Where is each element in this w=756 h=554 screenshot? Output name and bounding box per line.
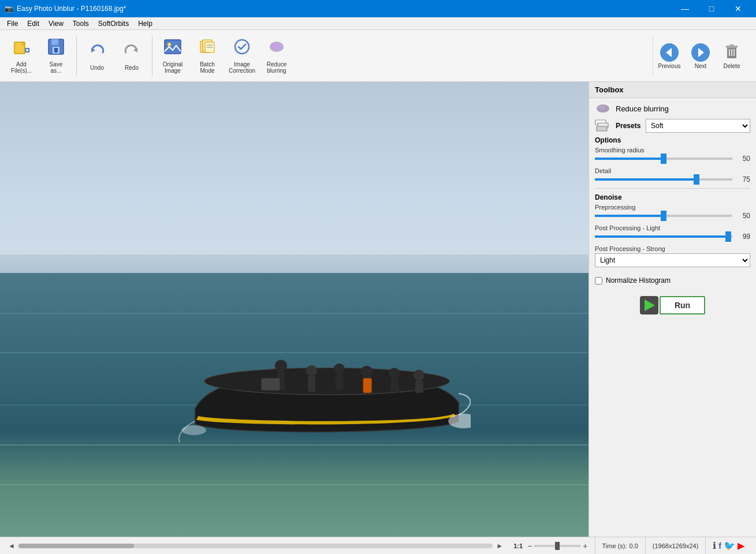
zoom-out-button[interactable]: − (527, 541, 532, 551)
close-button[interactable]: ✕ (725, 0, 751, 17)
svg-point-48 (181, 425, 206, 435)
svg-rect-10 (54, 48, 58, 53)
detail-slider-container: 75 (595, 175, 750, 184)
svg-point-20 (235, 40, 249, 54)
horizontal-scrollbar[interactable] (18, 544, 493, 548)
svg-rect-45 (415, 381, 423, 393)
svg-point-40 (360, 366, 373, 378)
info-icon[interactable]: ℹ (713, 540, 716, 551)
svg-rect-41 (363, 379, 371, 393)
post-processing-light-slider-container: 99 (595, 233, 750, 241)
post-processing-strong-label: Post Processing - Strong (595, 245, 750, 252)
svg-rect-37 (308, 376, 315, 392)
original-image-button[interactable]: Original Image (156, 33, 189, 79)
smoothing-radius-slider[interactable] (595, 158, 732, 160)
detail-label: Detail (595, 167, 750, 174)
menu-help[interactable]: Help (133, 18, 157, 29)
image-area[interactable] (0, 82, 589, 537)
section-divider-1 (595, 188, 750, 189)
hscrollbar-thumb[interactable] (18, 544, 134, 548)
post-processing-strong-select[interactable]: Light Medium Strong None (595, 253, 750, 267)
image-info: (1968x1269x24) (653, 542, 699, 549)
svg-rect-53 (597, 126, 607, 131)
smoothing-radius-label: Smoothing radius (595, 147, 750, 154)
zoom-level: 1:1 (513, 542, 523, 549)
previous-button[interactable]: Previous (654, 33, 684, 79)
minimize-button[interactable]: — (672, 0, 698, 17)
image-correction-label: Image Correction (229, 61, 255, 74)
youtube-icon[interactable]: ▶ (738, 540, 744, 551)
image-correction-icon (233, 38, 251, 60)
add-files-icon (12, 38, 31, 60)
smoothing-radius-row: Smoothing radius 50 (595, 147, 750, 163)
statusbar: ◄ ► 1:1 − + Time (s): 0.0 (1968x1269x24)… (0, 537, 756, 554)
batch-mode-icon (198, 38, 217, 60)
post-processing-light-slider[interactable] (595, 235, 732, 238)
presets-text-label: Presets (616, 122, 641, 130)
svg-point-33 (204, 368, 449, 395)
svg-point-14 (167, 43, 171, 46)
denoise-label: Denoise (595, 193, 750, 201)
svg-point-42 (389, 368, 400, 379)
normalize-histogram-checkbox[interactable] (595, 277, 602, 285)
run-icon (640, 296, 658, 315)
titlebar: 📷 Easy Photo Unblur - P1160168.jpg* — □ … (0, 0, 756, 17)
menu-edit[interactable]: Edit (23, 18, 44, 29)
menu-file[interactable]: File (2, 18, 23, 29)
toolbox-content: Reduce blurring Presets Soft Medium Stro… (589, 98, 756, 537)
scene-container (0, 82, 589, 537)
maximize-button[interactable]: □ (698, 0, 725, 17)
undo-label: Undo (90, 65, 104, 71)
detail-row: Detail 75 (595, 167, 750, 184)
redo-button[interactable]: Redo (115, 33, 148, 79)
delete-button[interactable]: Delete (717, 33, 747, 79)
time-label: Time (s): (602, 542, 627, 549)
reduce-blurring-section-label: Reduce blurring (616, 104, 669, 113)
delete-label: Delete (724, 63, 740, 69)
preprocessing-slider[interactable] (595, 215, 732, 217)
save-as-icon (47, 38, 65, 60)
normalize-histogram-label[interactable]: Normalize Histogram (606, 276, 671, 285)
image-info-section: (1968x1269x24) (646, 537, 706, 554)
reduce-blurring-icon (267, 38, 286, 60)
menu-softorbits[interactable]: SoftOrbits (94, 18, 133, 29)
svg-rect-39 (336, 375, 344, 390)
reduce-blurring-button[interactable]: Reduce blurring (260, 33, 293, 79)
presets-select[interactable]: Soft Medium Strong Custom (646, 119, 750, 133)
menu-tools[interactable]: Tools (68, 18, 94, 29)
post-processing-light-row: Post Processing - Light 99 (595, 224, 750, 241)
menubar: File Edit View Tools SoftOrbits Help (0, 17, 756, 30)
reduce-blurring-section-icon (595, 103, 611, 114)
preprocessing-label: Preprocessing (595, 204, 750, 211)
zoom-in-button[interactable]: + (583, 541, 587, 551)
app-icon: 📷 (5, 5, 13, 13)
next-button[interactable]: Next (686, 33, 716, 79)
detail-slider[interactable] (595, 178, 732, 181)
svg-point-22 (271, 43, 280, 48)
reduce-blurring-label: Reduce blurring (267, 61, 286, 74)
run-area: Run (595, 291, 750, 319)
run-button[interactable]: Run (660, 296, 705, 315)
image-correction-button[interactable]: Image Correction (225, 33, 259, 79)
add-files-button[interactable]: Add File(s)... (5, 33, 38, 79)
menu-view[interactable]: View (44, 18, 68, 29)
detail-value: 75 (736, 175, 750, 184)
toolbox-header: Toolbox (589, 82, 756, 98)
separator-1 (76, 36, 77, 76)
zoom-slider-track[interactable] (534, 545, 580, 547)
toolbox-title: Toolbox (595, 85, 624, 94)
zoom-slider-thumb[interactable] (555, 542, 560, 550)
scroll-left-button[interactable]: ◄ (7, 542, 16, 550)
undo-button[interactable]: Undo (80, 33, 114, 79)
scroll-right-button[interactable]: ► (495, 542, 504, 550)
add-files-label: Add File(s)... (11, 61, 32, 74)
normalize-histogram-row: Normalize Histogram (595, 276, 750, 285)
facebook-icon[interactable]: f (718, 541, 721, 551)
twitter-icon[interactable]: 🐦 (724, 540, 735, 551)
titlebar-left: 📷 Easy Photo Unblur - P1160168.jpg* (5, 5, 126, 13)
undo-icon (88, 41, 106, 63)
save-as-button[interactable]: Save as... (39, 33, 73, 79)
scene-sky (0, 82, 589, 273)
batch-mode-button[interactable]: Batch Mode (191, 33, 224, 79)
preprocessing-row: Preprocessing 50 (595, 204, 750, 220)
